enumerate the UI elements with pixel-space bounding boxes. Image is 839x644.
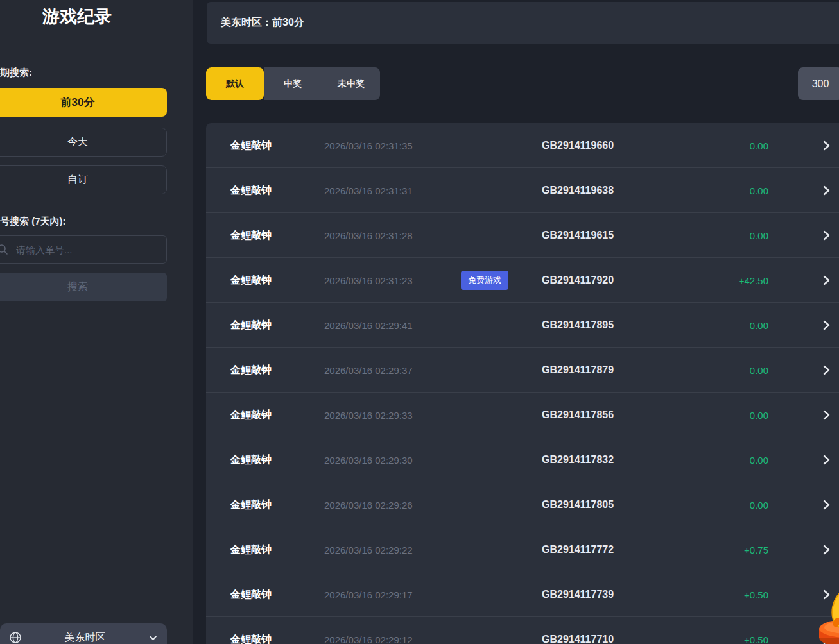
record-time: 2026/03/16 02:29:17 [324, 589, 413, 600]
record-row[interactable]: 金鲤敲钟 2026/03/16 02:29:12 GB2914117710 +0… [206, 617, 839, 644]
record-amount: +0.75 [744, 544, 768, 555]
page-size-button[interactable]: 300 [798, 67, 839, 100]
game-name: 金鲤敲钟 [230, 363, 272, 377]
record-amount: 0.00 [750, 454, 768, 465]
order-id: GB2914117895 [542, 319, 614, 331]
record-row[interactable]: 金鲤敲钟 2026/03/16 02:31:23 免费游戏 GB29141179… [206, 258, 839, 303]
record-row[interactable]: 金鲤敲钟 2026/03/16 02:29:26 GB2914117805 0.… [206, 482, 839, 527]
range-button-today[interactable]: 今天 [0, 128, 167, 157]
free-game-badge: 免费游戏 [461, 271, 508, 290]
fish-on-drum-icon [810, 585, 839, 644]
record-amount: 0.00 [750, 140, 768, 151]
search-button[interactable]: 搜索 [0, 273, 167, 301]
order-id: GB2914117710 [542, 634, 614, 644]
filter-tabs: 默认 中奖 未中奖 [206, 67, 380, 100]
tab-default[interactable]: 默认 [206, 67, 264, 100]
record-time: 2026/03/16 02:31:35 [324, 140, 413, 151]
order-id: GB2914117739 [542, 589, 614, 600]
order-search-box [0, 235, 167, 264]
order-id: GB2914117832 [542, 454, 614, 466]
chevron-right-icon [822, 275, 831, 285]
order-id: GB2914117805 [542, 499, 614, 511]
order-id: GB2914117879 [542, 364, 614, 376]
record-time: 2026/03/16 02:29:26 [324, 499, 413, 510]
order-id: GB2914117856 [542, 409, 614, 421]
record-time: 2026/03/16 02:31:23 [324, 275, 413, 285]
order-id: GB2914117772 [542, 544, 614, 555]
record-row[interactable]: 金鲤敲钟 2026/03/16 02:29:30 GB2914117832 0.… [206, 437, 839, 482]
game-name: 金鲤敲钟 [230, 228, 272, 242]
record-time: 2026/03/16 02:29:30 [324, 454, 413, 465]
chevron-right-icon [822, 365, 831, 375]
order-search-label: 号搜索 (7天內): [0, 216, 66, 228]
chevron-right-icon [822, 410, 831, 420]
record-amount: +0.50 [744, 589, 768, 600]
chevron-down-icon [148, 633, 158, 643]
record-time: 2026/03/16 02:29:33 [324, 409, 413, 420]
records-list: 金鲤敲钟 2026/03/16 02:31:35 GB2914119660 0.… [206, 123, 839, 644]
order-id: GB2914119660 [542, 140, 614, 151]
record-row[interactable]: 金鲤敲钟 2026/03/16 02:29:33 GB2914117856 0.… [206, 393, 839, 437]
record-amount: 0.00 [750, 319, 768, 330]
globe-icon [9, 631, 22, 644]
header-title: 美东时区：前30分 [221, 16, 304, 30]
record-row[interactable]: 金鲤敲钟 2026/03/16 02:31:28 GB2914119615 0.… [206, 213, 839, 258]
chevron-right-icon [822, 455, 831, 465]
record-row[interactable]: 金鲤敲钟 2026/03/16 02:29:41 GB2914117895 0.… [206, 303, 839, 348]
order-id: GB2914119638 [542, 185, 614, 196]
game-name: 金鲤敲钟 [230, 588, 272, 601]
record-row[interactable]: 金鲤敲钟 2026/03/16 02:29:22 GB2914117772 +0… [206, 527, 839, 572]
range-button-last30min[interactable]: 前30分 [0, 88, 167, 117]
record-amount: 0.00 [750, 409, 768, 420]
record-time: 2026/03/16 02:29:22 [324, 544, 413, 555]
mascot-fish[interactable] [810, 585, 839, 644]
record-time: 2026/03/16 02:29:41 [324, 319, 413, 330]
record-amount: 0.00 [750, 499, 768, 510]
chevron-right-icon [822, 185, 831, 196]
tab-won[interactable]: 中奖 [264, 67, 322, 100]
chevron-right-icon [822, 140, 831, 151]
game-name: 金鲤敲钟 [230, 183, 272, 197]
record-amount: 0.00 [750, 364, 768, 375]
game-name: 金鲤敲钟 [230, 318, 272, 332]
record-row[interactable]: 金鲤敲钟 2026/03/16 02:31:35 GB2914119660 0.… [206, 123, 839, 168]
record-time: 2026/03/16 02:31:28 [324, 230, 413, 241]
record-row[interactable]: 金鲤敲钟 2026/03/16 02:29:37 GB2914117879 0.… [206, 348, 839, 393]
chevron-right-icon [822, 545, 831, 555]
game-name: 金鲤敲钟 [230, 633, 272, 644]
record-amount: 0.00 [750, 230, 768, 241]
record-amount: +42.50 [739, 275, 768, 285]
chevron-right-icon [822, 230, 831, 241]
game-name: 金鲤敲钟 [230, 498, 272, 511]
game-name: 金鲤敲钟 [230, 273, 272, 287]
record-time: 2026/03/16 02:29:12 [324, 634, 413, 644]
game-name: 金鲤敲钟 [230, 139, 272, 152]
order-id: GB2914119615 [542, 230, 614, 241]
timezone-label: 美东时区 [22, 631, 148, 644]
date-search-label: 期搜索: [0, 67, 32, 79]
game-name: 金鲤敲钟 [230, 453, 272, 466]
sidebar: 游戏纪录 期搜索: 前30分 今天 自订 号搜索 (7天內): 搜索 美东时区 [0, 0, 193, 644]
search-icon [0, 244, 8, 255]
record-amount: +0.50 [744, 634, 768, 644]
chevron-right-icon [822, 500, 831, 510]
header-bar: 美东时区：前30分 [207, 2, 839, 44]
range-button-custom[interactable]: 自订 [0, 165, 167, 194]
order-search-input[interactable] [8, 236, 166, 263]
record-row[interactable]: 金鲤敲钟 2026/03/16 02:29:17 GB2914117739 +0… [206, 572, 839, 617]
order-id: GB2914117920 [542, 275, 614, 286]
record-time: 2026/03/16 02:31:31 [324, 185, 413, 196]
page-title: 游戏纪录 [0, 5, 154, 28]
game-name: 金鲤敲钟 [230, 408, 272, 421]
record-amount: 0.00 [750, 185, 768, 196]
record-time: 2026/03/16 02:29:37 [324, 364, 413, 375]
tab-not-won[interactable]: 未中奖 [322, 67, 380, 100]
game-name: 金鲤敲钟 [230, 543, 272, 556]
chevron-right-icon [822, 320, 831, 330]
record-row[interactable]: 金鲤敲钟 2026/03/16 02:31:31 GB2914119638 0.… [206, 168, 839, 213]
timezone-selector[interactable]: 美东时区 [0, 623, 167, 644]
